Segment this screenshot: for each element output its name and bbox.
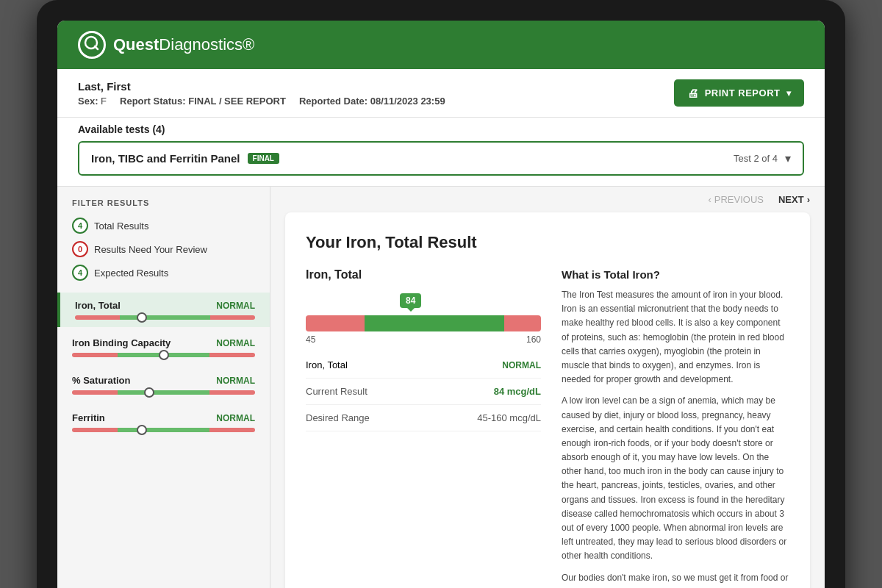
saturation-status: NORMAL (216, 376, 255, 386)
final-badge: FINAL (248, 153, 279, 164)
result-left: Iron, Total 84 (306, 268, 541, 588)
gauge-value-bubble: 84 (400, 293, 421, 308)
test-counter: Test 2 of 4 (734, 153, 778, 164)
next-button[interactable]: NEXT › (778, 194, 810, 205)
test-selector[interactable]: Iron, TIBC and Ferritin Panel FINAL Test… (78, 141, 804, 176)
patient-name: Last, First (78, 80, 445, 93)
iron-total-status: NORMAL (216, 301, 255, 311)
desired-range-label: Desired Range (306, 412, 370, 423)
iron-total-thumb (137, 312, 147, 323)
print-button-label: PRINT REPORT (705, 87, 781, 98)
info-paragraph-2: A low iron level can be a sign of anemia… (562, 394, 789, 563)
iron-total-slider (75, 315, 255, 320)
iron-total-name: Iron, Total (75, 300, 121, 311)
info-paragraph-1: The Iron Test measures the amount of iro… (562, 288, 789, 387)
iron-binding-name: Iron Binding Capacity (72, 337, 171, 348)
result-row-normal-badge: NORMAL (502, 360, 541, 370)
filter-total-results[interactable]: 4 Total Results (57, 215, 270, 237)
saturation-name: % Saturation (72, 375, 130, 386)
print-report-button[interactable]: 🖨 PRINT REPORT ▾ (674, 79, 804, 107)
result-item-iron-total[interactable]: Iron, Total NORMAL (57, 293, 270, 327)
iron-binding-slider (72, 353, 255, 357)
gauge-red-right (504, 315, 541, 331)
screen: QuestDiagnostics® Last, First Sex: F Rep… (57, 21, 825, 588)
result-card-title: Your Iron, Total Result (306, 233, 789, 252)
gauge-container: 84 (306, 293, 541, 345)
result-item-iron-binding[interactable]: Iron Binding Capacity NORMAL (57, 330, 270, 365)
logo-text: QuestDiagnostics® (113, 35, 254, 54)
patient-meta: Sex: F Report Status: FINAL / SEE REPORT… (78, 96, 445, 107)
iron-binding-thumb (159, 350, 169, 360)
sidebar: FILTER RESULTS 4 Total Results 0 Results… (57, 187, 270, 588)
test-selector-left: Iron, TIBC and Ferritin Panel FINAL (91, 152, 279, 165)
patient-date: Reported Date: 08/11/2023 23:59 (299, 96, 445, 107)
ferritin-name: Ferritin (72, 412, 105, 423)
nav-bar: ‹ PREVIOUS NEXT › (270, 187, 825, 212)
main-content: FILTER RESULTS 4 Total Results 0 Results… (57, 187, 825, 588)
available-tests-label: Available tests (4) (78, 123, 804, 135)
gauge-labels: 45 160 (306, 334, 541, 345)
desired-range-value: 45-160 mcg/dL (477, 412, 541, 423)
patient-status: Report Status: FINAL / SEE REPORT (120, 96, 286, 107)
result-row-range: Desired Range 45-160 mcg/dL (306, 405, 541, 431)
saturation-slider (72, 390, 255, 395)
result-row-current: Current Result 84 mcg/dL (306, 379, 541, 405)
filter-label: FILTER RESULTS (57, 198, 270, 215)
total-results-badge: 4 (72, 218, 88, 234)
needs-review-badge: 0 (72, 241, 88, 257)
ferritin-thumb (137, 425, 147, 435)
chevron-down-icon: ▾ (786, 88, 792, 98)
ferritin-slider (72, 428, 255, 432)
total-results-label: Total Results (94, 220, 148, 232)
result-row-iron-label: Iron, Total (306, 359, 348, 370)
result-item-saturation[interactable]: % Saturation NORMAL (57, 368, 270, 402)
dropdown-arrow-icon: ▾ (785, 151, 791, 165)
expected-results-label: Expected Results (94, 268, 168, 279)
iron-binding-status: NORMAL (216, 338, 255, 348)
chevron-right-icon: › (807, 194, 810, 205)
logo-q-symbol (84, 35, 100, 55)
previous-button[interactable]: ‹ PREVIOUS (708, 194, 764, 205)
right-panel: ‹ PREVIOUS NEXT › Your Iron, Total Resul… (270, 187, 825, 588)
info-title: What is Total Iron? (562, 268, 789, 281)
previous-label: PREVIOUS (714, 194, 764, 205)
result-card: Your Iron, Total Result Iron, Total 84 (285, 212, 810, 588)
current-result-label: Current Result (306, 386, 368, 397)
expected-results-badge: 4 (72, 265, 88, 281)
patient-info: Last, First Sex: F Report Status: FINAL … (78, 80, 445, 107)
test-name: Iron, TIBC and Ferritin Panel (91, 152, 240, 165)
chevron-left-icon: ‹ (708, 194, 711, 205)
iron-total-label: Iron, Total (306, 268, 541, 282)
result-item-ferritin[interactable]: Ferritin NORMAL (57, 405, 270, 440)
ferritin-status: NORMAL (216, 413, 255, 423)
patient-bar: Last, First Sex: F Report Status: FINAL … (57, 69, 825, 118)
result-right: What is Total Iron? The Iron Test measur… (562, 268, 789, 588)
gauge-min: 45 (306, 334, 315, 345)
app-header: QuestDiagnostics® (57, 21, 825, 69)
current-result-value: 84 mcg/dL (494, 386, 541, 397)
filter-needs-review[interactable]: 0 Results Need Your Review (57, 238, 270, 260)
patient-sex: Sex: F (78, 96, 107, 107)
needs-review-label: Results Need Your Review (94, 244, 207, 255)
result-row-name: Iron, Total NORMAL (306, 352, 541, 379)
test-selector-right: Test 2 of 4 ▾ (734, 151, 791, 165)
info-paragraph-3: Our bodies don't make iron, so we must g… (562, 571, 789, 588)
svg-line-1 (95, 46, 98, 49)
saturation-thumb (144, 387, 154, 398)
gauge-red-left (306, 315, 365, 331)
printer-icon: 🖨 (687, 87, 699, 99)
available-tests-section: Available tests (4) Iron, TIBC and Ferri… (57, 118, 825, 187)
logo-circle (78, 31, 106, 59)
gauge-bar (306, 315, 541, 331)
next-label: NEXT (778, 194, 804, 205)
filter-expected-results[interactable]: 4 Expected Results (57, 262, 270, 284)
device-frame: QuestDiagnostics® Last, First Sex: F Rep… (37, 0, 845, 588)
gauge-green-mid (365, 315, 504, 331)
gauge-max: 160 (526, 334, 541, 345)
result-body: Iron, Total 84 (306, 268, 789, 588)
